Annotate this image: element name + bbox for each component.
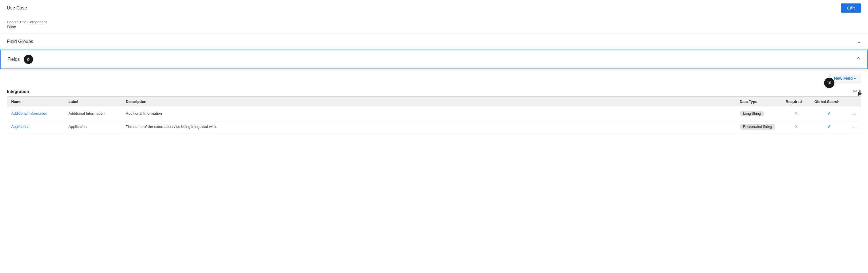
fields-table: Name Label Description Data Type Require… (7, 96, 861, 133)
field-global-search: ✓ (810, 120, 848, 133)
table-body: Additional InformationAdditional Informa… (7, 107, 861, 133)
table-header: Name Label Description Data Type Require… (7, 97, 861, 107)
field-row-menu[interactable]: … (848, 107, 861, 120)
badge-10: 10 (824, 78, 834, 88)
chevron-up-icon: ⌃ (856, 56, 861, 63)
new-field-wrapper: New Field + 10 ▶ (829, 74, 861, 83)
field-required: ✕ (782, 120, 810, 133)
check-icon: ✓ (827, 124, 831, 129)
meta-section: Enable Title Component False (0, 16, 868, 34)
col-header-name: Name (7, 97, 65, 107)
fields-badge: 9 (24, 55, 33, 64)
chevron-down-icon: ⌄ (857, 38, 861, 45)
edit-button[interactable]: Edit (841, 3, 861, 12)
check-icon: ✓ (827, 111, 831, 116)
enable-title-label: Enable Title Component (7, 20, 861, 24)
field-row-menu[interactable]: … (848, 120, 861, 133)
field-required: ✕ (782, 107, 810, 120)
field-label: Additional Information (65, 107, 122, 120)
field-description: The name of the external service being i… (122, 120, 736, 133)
field-data-type: Long String (736, 107, 782, 120)
ellipsis-icon: … (851, 110, 857, 116)
fields-content: New Field + 10 ▶ Integration ✄ 6 Name La… (0, 69, 868, 140)
enable-title-value: False (7, 25, 861, 29)
scissors-icon: ✄ (853, 89, 857, 94)
col-header-global-search: Global Search (810, 97, 848, 107)
cursor-icon: ▶ (858, 90, 862, 97)
field-global-search: ✓ (810, 107, 848, 120)
col-header-label: Label (65, 97, 122, 107)
table-row: Additional InformationAdditional Informa… (7, 107, 861, 120)
integration-title: Integration (7, 89, 29, 94)
field-name-link[interactable]: Additional Information (11, 111, 48, 115)
field-description: Additional Information (122, 107, 736, 120)
field-name-link[interactable]: Application (11, 125, 30, 129)
top-bar: Use Case Edit (0, 0, 868, 16)
ellipsis-icon: … (851, 124, 857, 129)
col-header-required: Required (782, 97, 810, 107)
integration-header: Integration ✄ 6 (7, 85, 861, 96)
field-data-type: Enumerated String (736, 120, 782, 133)
fields-header-left: Fields 9 (7, 55, 33, 64)
x-icon: ✕ (794, 111, 798, 116)
field-label: Application (65, 120, 122, 133)
fields-header[interactable]: Fields 9 ⌃ (0, 49, 868, 69)
page-title: Use Case (7, 5, 27, 11)
table-row: ApplicationApplicationThe name of the ex… (7, 120, 861, 133)
x-icon: ✕ (794, 124, 798, 129)
fields-title: Fields (7, 57, 20, 62)
field-groups-title: Field Groups (7, 39, 33, 44)
col-header-menu (848, 97, 861, 107)
col-header-datatype: Data Type (736, 97, 782, 107)
new-field-bar: New Field + 10 ▶ (7, 69, 861, 85)
table-header-row: Name Label Description Data Type Require… (7, 97, 861, 107)
field-groups-header[interactable]: Field Groups ⌄ (0, 34, 868, 49)
col-header-description: Description (122, 97, 736, 107)
